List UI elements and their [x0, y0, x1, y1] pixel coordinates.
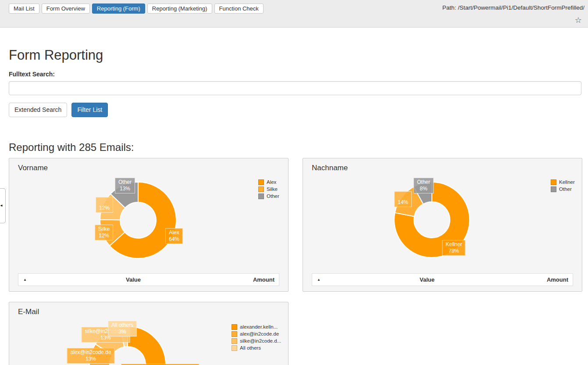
- chart-label-All others: All others3%: [108, 321, 137, 336]
- bookmark-star-icon[interactable]: ☆: [575, 16, 582, 25]
- nachname-chart-area: Kellner78%14%Other8%KellnerOther: [303, 158, 582, 291]
- tab-function-check[interactable]: Function Check: [214, 4, 264, 14]
- chart-label-percent: 13%: [118, 186, 132, 192]
- vorname-table-header: ▲ Value Amount: [18, 273, 279, 286]
- legend-swatch-icon: [232, 338, 237, 344]
- legend-item: All others: [232, 344, 281, 351]
- legend-label: silke@in2code.d...: [240, 338, 281, 344]
- chart-label-percent: 14%: [398, 199, 408, 206]
- chart-label-percent: 13%: [71, 356, 111, 362]
- chart-label-Silke: Silke12%: [95, 225, 113, 240]
- column-header-value[interactable]: Value: [32, 276, 235, 283]
- module-tabs: Mail List Form Overview Reporting (Form)…: [9, 4, 264, 14]
- chart-label-name: All others: [111, 322, 133, 329]
- chart-label-unnamed: 12%: [96, 197, 113, 213]
- sort-ascending-icon[interactable]: ▲: [312, 278, 325, 282]
- legend-swatch-icon: [258, 186, 264, 192]
- page-path: Path: /Start/Powermail/Pi1/Default/Short…: [442, 4, 584, 11]
- column-header-amount[interactable]: Amount: [529, 276, 573, 283]
- report-panels: Vorname Alex64%Silke12%12%Other13%AlexSi…: [9, 158, 581, 365]
- legend-swatch-icon: [232, 331, 237, 337]
- chart-label-percent: 64%: [169, 236, 179, 243]
- legend-swatch-icon: [551, 179, 556, 185]
- filter-list-button[interactable]: Filter List: [71, 103, 108, 117]
- legend-item: silke@in2code.d...: [232, 337, 281, 344]
- chart-label-Other: Other13%: [115, 178, 135, 193]
- chart-label-name: Other: [118, 179, 132, 186]
- panel-vorname: Vorname Alex64%Silke12%12%Other13%AlexSi…: [9, 158, 289, 292]
- panel-nachname: Nachname Kellner78%14%Other8%KellnerOthe…: [303, 158, 582, 292]
- column-header-value[interactable]: Value: [325, 276, 529, 283]
- tab-reporting-marketing[interactable]: Reporting (Marketing): [147, 4, 212, 14]
- panel-email: E-Mail alexander.kellner@in2code.de71%al…: [9, 302, 289, 365]
- legend-swatch-icon: [551, 186, 556, 192]
- sort-ascending-icon[interactable]: ▲: [18, 278, 32, 282]
- legend-label: Alex: [267, 179, 276, 185]
- main-content: Form Reporting Fulltext Search: Extended…: [9, 47, 581, 365]
- page-title: Form Reporting: [9, 47, 581, 64]
- top-bar: Mail List Form Overview Reporting (Form)…: [0, 0, 588, 28]
- tab-mail-list[interactable]: Mail List: [9, 4, 39, 14]
- legend-label: alex@in2code.de: [240, 331, 279, 336]
- chart-label-Other: Other8%: [413, 178, 434, 193]
- legend-swatch-icon: [232, 324, 237, 330]
- search-buttons: Extended Search Filter List: [9, 103, 581, 117]
- legend-label: Other: [559, 186, 572, 192]
- legend-label: Kellner: [559, 179, 575, 185]
- chart-label-percent: 3%: [111, 329, 133, 335]
- chart-label-name: Silke: [98, 226, 110, 233]
- collapse-left-icon: ◄: [0, 204, 3, 208]
- vorname-donut-chart: [98, 180, 178, 260]
- legend-label: Silke: [267, 186, 278, 192]
- chart-label-name: alex@in2code.de: [71, 349, 111, 356]
- chart-label-name: Alex: [169, 229, 179, 236]
- tab-form-overview[interactable]: Form Overview: [42, 4, 90, 14]
- fulltext-search-input[interactable]: [9, 81, 581, 95]
- legend-item: Silke: [258, 186, 279, 193]
- legend-label: All others: [240, 345, 261, 351]
- chart-label-name: [99, 198, 110, 205]
- legend-label: alexander.kelln...: [240, 324, 278, 329]
- tab-reporting-form[interactable]: Reporting (Form): [92, 4, 145, 14]
- chart-label-percent: 12%: [98, 233, 110, 239]
- fulltext-search-label: Fulltext Search:: [9, 71, 581, 78]
- legend-item: alexander.kelln...: [232, 323, 281, 330]
- chart-label-percent: 78%: [445, 248, 462, 254]
- pagetree-collapse-handle[interactable]: ◄: [0, 188, 6, 223]
- vorname-legend: AlexSilkeOther: [258, 179, 279, 200]
- nachname-legend: KellnerOther: [551, 179, 575, 193]
- chart-label-name: Kellner: [445, 241, 462, 248]
- chart-label-name: [398, 193, 408, 199]
- email-legend: alexander.kelln...alex@in2code.desilke@i…: [232, 323, 281, 351]
- chart-label-unnamed: 14%: [394, 191, 412, 207]
- chart-label-Alex: Alex64%: [165, 228, 183, 244]
- legend-swatch-icon: [258, 193, 264, 199]
- legend-item: Other: [551, 186, 575, 193]
- legend-item: Alex: [258, 179, 279, 186]
- nachname-table-header: ▲ Value Amount: [312, 273, 573, 286]
- legend-swatch-icon: [258, 179, 264, 185]
- legend-label: Other: [267, 193, 279, 199]
- reporting-heading: Reporting with 285 Emails:: [9, 141, 581, 154]
- chart-label-Kellner: Kellner78%: [442, 240, 465, 256]
- chart-label-percent: 8%: [417, 186, 430, 192]
- legend-swatch-icon: [232, 345, 237, 351]
- column-header-amount[interactable]: Amount: [235, 276, 279, 283]
- chart-label-name: Other: [417, 179, 430, 186]
- vorname-chart-area: Alex64%Silke12%12%Other13%AlexSilkeOther: [9, 158, 288, 291]
- extended-search-button[interactable]: Extended Search: [9, 103, 67, 117]
- chart-label-alex@in2code.de: alex@in2code.de13%: [67, 348, 115, 364]
- chart-label-percent: 12%: [99, 205, 110, 211]
- legend-item: Kellner: [551, 179, 575, 186]
- legend-item: alex@in2code.de: [232, 330, 281, 337]
- legend-item: Other: [258, 193, 279, 200]
- email-chart-area: alexander.kellner@in2code.de71%alex@in2c…: [9, 302, 288, 365]
